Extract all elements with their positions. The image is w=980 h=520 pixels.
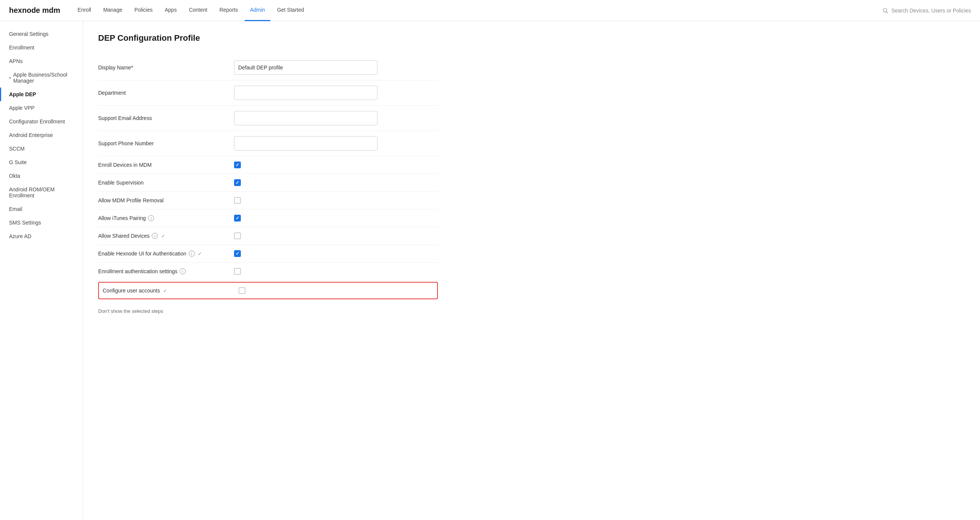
- control-configure-user-accounts: [239, 287, 433, 294]
- label-hexnode-ui-auth: Enable Hexnode UI for Authentication i ✓: [98, 251, 234, 257]
- label-itunes-pairing: Allow iTunes Pairing i: [98, 215, 234, 221]
- svg-point-0: [883, 8, 887, 12]
- nav-content[interactable]: Content: [183, 0, 213, 21]
- info-icon-itunes[interactable]: i: [148, 215, 154, 221]
- badge-icon-hexnode-ui: ✓: [197, 251, 203, 257]
- sidebar-item-android-rom[interactable]: Android ROM/OEM Enrollment: [0, 183, 83, 202]
- checkbox-enroll-devices[interactable]: [234, 162, 241, 168]
- form-row-allow-mdm-removal: Allow MDM Profile Removal: [98, 192, 438, 210]
- checkbox-hexnode-ui-auth[interactable]: [234, 250, 241, 257]
- form-row-display-name: Display Name*: [98, 55, 438, 80]
- label-enrollment-auth: Enrollment authentication settings i: [98, 268, 234, 274]
- sidebar-item-apple-vpp[interactable]: Apple VPP: [0, 101, 83, 115]
- nav-get-started[interactable]: Get Started: [272, 0, 310, 21]
- control-shared-devices: [234, 232, 438, 239]
- sidebar-item-configurator[interactable]: Configurator Enrollment: [0, 115, 83, 128]
- search-placeholder: Search Devices, Users or Policies: [891, 8, 971, 14]
- control-department: [234, 86, 438, 100]
- svg-line-1: [886, 12, 888, 13]
- form-row-support-phone: Support Phone Number: [98, 131, 438, 156]
- input-display-name[interactable]: [234, 60, 377, 75]
- control-itunes-pairing: [234, 215, 438, 221]
- chevron-down-icon: ▾: [9, 76, 11, 80]
- sidebar-item-sms[interactable]: SMS Settings: [0, 216, 83, 229]
- input-support-email[interactable]: [234, 111, 377, 125]
- label-support-email: Support Email Address: [98, 115, 234, 121]
- label-support-phone: Support Phone Number: [98, 140, 234, 146]
- control-support-phone: [234, 136, 438, 151]
- nav-policies[interactable]: Policies: [129, 0, 158, 21]
- control-allow-mdm-removal: [234, 197, 438, 204]
- sidebar-item-sccm[interactable]: SCCM: [0, 142, 83, 156]
- checkbox-configure-user-accounts[interactable]: [239, 287, 245, 294]
- main-content: DEP Configuration Profile Display Name* …: [83, 21, 980, 520]
- search-icon: [882, 8, 888, 14]
- form-row-shared-devices: Allow Shared Devices i ✓: [98, 227, 438, 245]
- sidebar-item-email[interactable]: Email: [0, 202, 83, 216]
- nav-enroll[interactable]: Enroll: [73, 0, 97, 21]
- badge-icon-configure-accounts: ✓: [162, 288, 169, 294]
- control-enable-supervision: [234, 179, 438, 186]
- info-icon-enrollment-auth[interactable]: i: [180, 268, 186, 274]
- label-configure-user-accounts: Configure user accounts ✓: [103, 288, 239, 294]
- label-allow-mdm-removal: Allow MDM Profile Removal: [98, 197, 234, 204]
- sidebar-item-azure-ad[interactable]: Azure AD: [0, 229, 83, 243]
- nav-admin[interactable]: Admin: [245, 0, 270, 21]
- header: hexnode mdm Enroll Manage Policies Apps …: [0, 0, 980, 21]
- form-row-itunes-pairing: Allow iTunes Pairing i: [98, 210, 438, 227]
- logo: hexnode mdm: [9, 6, 60, 15]
- info-icon-shared-devices[interactable]: i: [152, 233, 158, 239]
- sidebar-item-apple-business[interactable]: ▾ Apple Business/School Manager: [0, 68, 83, 87]
- label-display-name: Display Name*: [98, 65, 234, 71]
- control-display-name: [234, 60, 438, 75]
- label-department: Department: [98, 90, 234, 96]
- control-hexnode-ui-auth: [234, 250, 438, 257]
- form-row-dont-show-steps: Don't show the selected steps: [98, 301, 438, 321]
- app-layout: General Settings Enrollment APNs ▾ Apple…: [0, 21, 980, 520]
- sidebar-item-okta[interactable]: Okta: [0, 169, 83, 183]
- control-enroll-devices: [234, 162, 438, 168]
- nav-apps[interactable]: Apps: [159, 0, 182, 21]
- sidebar-item-android-enterprise[interactable]: Android Enterprise: [0, 128, 83, 142]
- sidebar-item-enrollment[interactable]: Enrollment: [0, 41, 83, 54]
- label-enable-supervision: Enable Supervision: [98, 180, 234, 186]
- checkbox-shared-devices[interactable]: [234, 232, 241, 239]
- form-row-hexnode-ui-auth: Enable Hexnode UI for Authentication i ✓: [98, 245, 438, 262]
- label-shared-devices: Allow Shared Devices i ✓: [98, 233, 234, 239]
- dep-form: Display Name* Department Support Email A…: [98, 55, 438, 321]
- nav-reports[interactable]: Reports: [214, 0, 243, 21]
- control-enrollment-auth: [234, 268, 438, 275]
- checkbox-enable-supervision[interactable]: [234, 179, 241, 186]
- input-department[interactable]: [234, 86, 377, 100]
- checkbox-allow-mdm-removal[interactable]: [234, 197, 241, 204]
- form-row-support-email: Support Email Address: [98, 106, 438, 131]
- form-row-department: Department: [98, 80, 438, 106]
- form-row-enroll-devices: Enroll Devices in MDM: [98, 156, 438, 174]
- page-title: DEP Configuration Profile: [98, 33, 965, 43]
- main-nav: Enroll Manage Policies Apps Content Repo…: [73, 0, 883, 21]
- sub-text-dont-show: Don't show the selected steps: [98, 305, 163, 315]
- control-support-email: [234, 111, 438, 125]
- sidebar-item-apple-dep[interactable]: Apple DEP: [0, 87, 83, 101]
- checkbox-enrollment-auth[interactable]: [234, 268, 241, 275]
- sidebar: General Settings Enrollment APNs ▾ Apple…: [0, 21, 83, 520]
- search-area[interactable]: Search Devices, Users or Policies: [882, 8, 971, 14]
- sidebar-item-gsuite[interactable]: G Suite: [0, 156, 83, 169]
- info-icon-hexnode-ui[interactable]: i: [189, 251, 195, 257]
- form-row-enable-supervision: Enable Supervision: [98, 174, 438, 192]
- input-support-phone[interactable]: [234, 136, 377, 151]
- form-row-configure-user-accounts: Configure user accounts ✓: [98, 282, 438, 299]
- nav-manage[interactable]: Manage: [98, 0, 127, 21]
- sidebar-item-general-settings[interactable]: General Settings: [0, 27, 83, 41]
- checkbox-itunes-pairing[interactable]: [234, 215, 241, 221]
- label-enroll-devices: Enroll Devices in MDM: [98, 162, 234, 168]
- sidebar-item-apns[interactable]: APNs: [0, 54, 83, 68]
- form-row-enrollment-auth: Enrollment authentication settings i: [98, 262, 438, 280]
- badge-icon-shared-devices: ✓: [160, 233, 166, 239]
